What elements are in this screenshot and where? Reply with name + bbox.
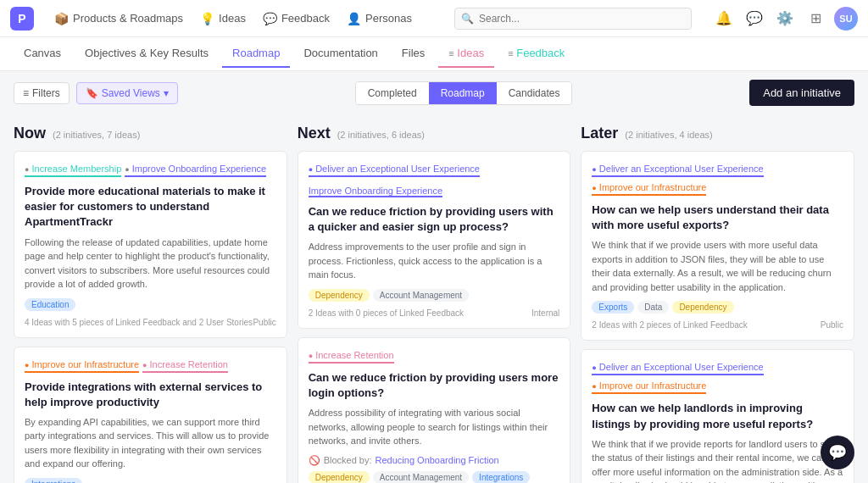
column-later: Later (2 initiatives, 4 ideas) ● Deliver… <box>581 125 854 474</box>
card-now-2: ● Improve our Infrastructure ● Increase … <box>14 347 287 483</box>
initiative-tab-exceptional[interactable]: ● Deliver an Exceptional User Experience <box>309 162 480 177</box>
card-later-1-footer: 2 Ideas with 2 pieces of Linked Feedback… <box>592 320 843 330</box>
card-now-1-title: Provide more educational materials to ma… <box>25 184 276 230</box>
saved-views-button[interactable]: 🔖 Saved Views ▾ <box>76 82 178 104</box>
tag-data-1[interactable]: Data <box>637 301 669 314</box>
tab-ideas[interactable]: ≡ Ideas <box>438 40 494 68</box>
bookmark-icon: 🔖 <box>86 87 98 99</box>
initiative-tabs-next-2: ● Increase Retention <box>309 348 560 364</box>
card-now-1-footer-left: 4 Ideas with 5 pieces of Linked Feedback… <box>25 318 253 327</box>
nav-feedback-label: Feedback <box>281 12 330 25</box>
tab-okr[interactable]: Objectives & Key Results <box>75 40 219 68</box>
notifications-icon[interactable]: 🔔 <box>712 7 736 31</box>
column-next-title: Next <box>298 125 331 142</box>
top-nav: P 📦 Products & Roadmaps 💡 Ideas 💬 Feedba… <box>0 0 868 37</box>
card-later-2-desc: We think that if we provide reports for … <box>592 437 843 483</box>
saved-views-label: Saved Views <box>102 87 160 99</box>
feedback-icon: 💬 <box>263 12 277 25</box>
initiative-tab-infra-later2[interactable]: ● Improve our Infrastructure <box>592 379 706 394</box>
card-next-2-desc: Address possibility of integrating with … <box>309 406 560 448</box>
card-next-1-footer: 2 Ideas with 0 pieces of Linked Feedback… <box>309 308 560 318</box>
tab-candidates[interactable]: Candidates <box>497 82 572 104</box>
tab-documentation[interactable]: Documentation <box>293 40 387 68</box>
tag-dependency-later1[interactable]: Dependency <box>672 301 733 314</box>
column-next-header: Next (2 initiatives, 6 ideas) <box>298 125 571 142</box>
tab-files[interactable]: Files <box>392 40 435 68</box>
tag-integrations-now[interactable]: Integrations <box>25 478 82 483</box>
nav-ideas[interactable]: 💡 Ideas <box>193 8 253 30</box>
grid-icon[interactable]: ⊞ <box>804 7 827 31</box>
card-next-1-footer-right: Internal <box>531 308 559 318</box>
filter-button[interactable]: ≡ Filters <box>14 82 70 104</box>
tag-account-mgmt-2[interactable]: Account Management <box>373 471 469 483</box>
card-later-2: ● Deliver an Exceptional User Experience… <box>581 349 854 483</box>
card-next-1: ● Deliver an Exceptional User Experience… <box>298 151 571 329</box>
card-now-1-desc: Following the release of updated capabil… <box>25 236 276 291</box>
sub-initiative-tab[interactable]: Improve Onboarding Experience <box>309 186 442 197</box>
initiative-tabs-next-1: ● Deliver an Exceptional User Experience <box>309 162 560 177</box>
nav-feedback[interactable]: 💬 Feedback <box>256 8 337 30</box>
card-later-1-footer-left: 2 Ideas with 2 pieces of Linked Feedback <box>592 320 747 330</box>
ideas-icon: 💡 <box>200 12 214 25</box>
tag-account-mgmt-1[interactable]: Account Management <box>373 289 469 302</box>
card-later-1-desc: We think that if we provide users with m… <box>592 238 843 294</box>
card-next-1-tags: Dependency Account Management <box>309 289 560 302</box>
card-later-1-tags: Exports Data Dependency <box>592 301 843 314</box>
card-next-1-footer-left: 2 Ideas with 0 pieces of Linked Feedback <box>309 308 464 318</box>
search-input[interactable] <box>454 8 692 30</box>
chat-button[interactable]: 💬 <box>821 436 854 469</box>
nav-personas[interactable]: 👤 Personas <box>340 8 419 30</box>
initiative-tab-exceptional-later2[interactable]: ● Deliver an Exceptional User Experience <box>592 360 763 375</box>
initiative-tab-membership[interactable]: ● Increase Membership <box>25 162 121 177</box>
card-now-2-title: Provide integrations with external servi… <box>25 380 276 410</box>
tab-feedback[interactable]: ≡ Feedback <box>498 40 575 68</box>
tag-exports[interactable]: Exports <box>592 301 634 314</box>
personas-icon: 👤 <box>347 12 361 25</box>
tab-canvas[interactable]: Canvas <box>14 40 71 68</box>
app-logo[interactable]: P <box>10 7 34 31</box>
card-next-2-title: Can we reduce friction by providing user… <box>309 370 560 401</box>
purple-dot4: ● <box>592 364 596 372</box>
tab-completed[interactable]: Completed <box>356 82 429 104</box>
messages-icon[interactable]: 💬 <box>743 7 766 31</box>
card-now-1-tags: Education <box>25 298 276 311</box>
main-content: Now (2 initiatives, 7 ideas) ● Increase … <box>0 114 868 483</box>
initiative-tabs-now-1: ● Increase Membership ● Improve Onboardi… <box>25 162 276 177</box>
initiative-tab-exceptional-later1[interactable]: ● Deliver an Exceptional User Experience <box>592 162 763 177</box>
initiative-tab-retention[interactable]: ● Increase Retention <box>142 358 228 373</box>
blocked-link[interactable]: Reducing Onboarding Friction <box>376 455 499 465</box>
tag-dependency-2[interactable]: Dependency <box>309 471 370 483</box>
card-later-1-footer-right: Public <box>821 320 843 330</box>
column-later-header: Later (2 initiatives, 4 ideas) <box>581 125 854 142</box>
orange-dot: ● <box>25 361 29 369</box>
initiative-tabs-now-2: ● Improve our Infrastructure ● Increase … <box>25 358 276 373</box>
filter-label: Filters <box>32 87 60 99</box>
column-now-meta: (2 initiatives, 7 ideas) <box>53 130 140 140</box>
avatar[interactable]: SU <box>834 7 858 31</box>
add-initiative-button[interactable]: Add an initiative <box>749 80 854 106</box>
nav-products-roadmaps[interactable]: 📦 Products & Roadmaps <box>47 8 190 30</box>
blocked-label: Blocked by: <box>324 455 372 465</box>
toolbar-left: ≡ Filters 🔖 Saved Views ▾ <box>14 82 178 104</box>
initiative-tab-infra-later1[interactable]: ● Improve our Infrastructure <box>592 180 706 196</box>
card-later-1: ● Deliver an Exceptional User Experience… <box>581 151 854 341</box>
purple-dot: ● <box>125 165 129 174</box>
settings-icon[interactable]: ⚙️ <box>773 7 797 31</box>
tab-roadmap-view[interactable]: Roadmap <box>429 82 497 104</box>
card-later-2-title: How can we help landlords in improving l… <box>592 401 843 431</box>
card-now-2-desc: By expanding API capabilities, we can su… <box>25 415 276 471</box>
initiative-tabs-later-1: ● Deliver an Exceptional User Experience… <box>592 162 843 196</box>
initiative-tab-onboarding[interactable]: ● Improve Onboarding Experience <box>125 162 266 177</box>
toolbar: ≡ Filters 🔖 Saved Views ▾ Completed Road… <box>0 71 868 114</box>
tag-integrations-2[interactable]: Integrations <box>472 471 530 483</box>
column-now: Now (2 initiatives, 7 ideas) ● Increase … <box>14 125 287 474</box>
column-now-title: Now <box>14 125 46 142</box>
initiative-tabs-later-2: ● Deliver an Exceptional User Experience… <box>592 360 843 394</box>
blocked-by-row: 🚫 Blocked by: Reducing Onboarding Fricti… <box>309 455 560 466</box>
tab-roadmap[interactable]: Roadmap <box>222 40 290 68</box>
column-next-meta: (2 initiatives, 6 ideas) <box>337 130 425 140</box>
tag-education[interactable]: Education <box>25 298 75 311</box>
tag-dependency-1[interactable]: Dependency <box>309 289 370 302</box>
initiative-tab-retention2[interactable]: ● Increase Retention <box>309 348 394 364</box>
initiative-tab-infra[interactable]: ● Improve our Infrastructure <box>25 358 139 373</box>
